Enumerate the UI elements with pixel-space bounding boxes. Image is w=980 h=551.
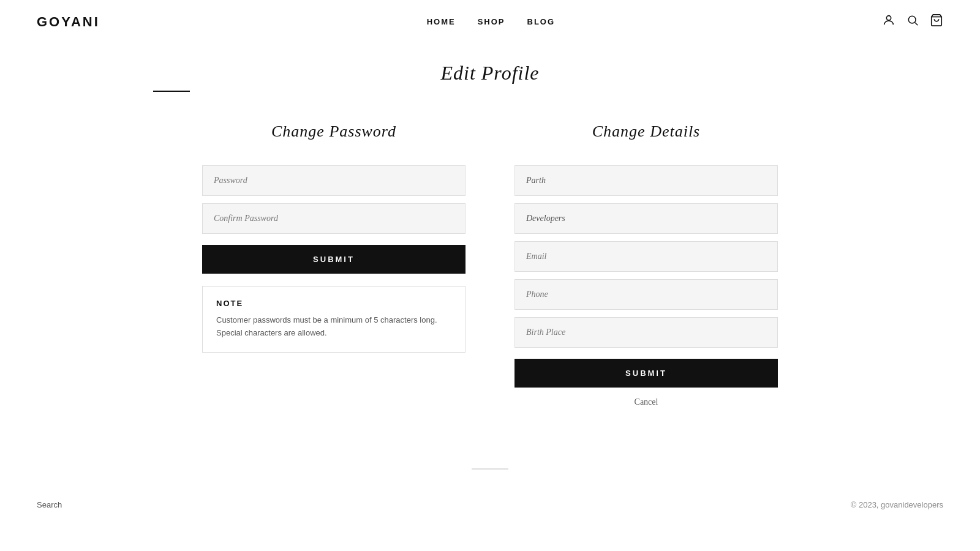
email-input[interactable] [514, 241, 778, 272]
phone-field-group [514, 279, 778, 310]
confirm-password-input[interactable] [202, 203, 466, 234]
password-input[interactable] [202, 165, 466, 196]
account-icon[interactable] [882, 13, 895, 30]
password-field-group [202, 165, 466, 196]
header: GOYANI HOME SHOP BLOG [0, 0, 980, 43]
cancel-link[interactable]: Cancel [514, 397, 778, 407]
main-nav: HOME SHOP BLOG [427, 17, 555, 26]
nav-shop[interactable]: SHOP [478, 17, 505, 26]
page-title: Edit Profile [0, 62, 980, 84]
change-details-title: Change Details [514, 122, 778, 141]
nav-blog[interactable]: BLOG [527, 17, 556, 26]
email-field-group [514, 241, 778, 272]
page-title-section: Edit Profile [0, 43, 980, 98]
footer-search-link[interactable]: Search [37, 500, 62, 509]
nav-home[interactable]: HOME [427, 17, 456, 26]
search-icon[interactable] [907, 14, 919, 29]
note-text: Customer passwords must be a minimum of … [216, 314, 451, 340]
last-name-field-group [514, 203, 778, 234]
birth-place-field-group [514, 317, 778, 348]
phone-input[interactable] [514, 279, 778, 310]
nav-icon-group [882, 13, 943, 30]
svg-point-0 [886, 16, 891, 20]
cart-icon[interactable] [930, 13, 943, 30]
svg-line-2 [915, 23, 918, 26]
change-password-submit-button[interactable]: SUBMIT [202, 245, 466, 274]
change-password-title: Change Password [202, 122, 466, 141]
note-box: NOTE Customer passwords must be a minimu… [202, 286, 466, 353]
footer-divider [472, 468, 508, 470]
svg-point-1 [908, 16, 916, 23]
main-content: Change Password SUBMIT NOTE Customer pas… [92, 98, 888, 432]
last-name-input[interactable] [514, 203, 778, 234]
footer-copyright: © 2023, govanidevelopers [851, 500, 943, 509]
note-title: NOTE [216, 299, 451, 308]
confirm-password-field-group [202, 203, 466, 234]
brand-logo[interactable]: GOYANI [37, 14, 100, 30]
first-name-field-group [514, 165, 778, 196]
footer: Search © 2023, govanidevelopers [0, 488, 980, 528]
change-details-submit-button[interactable]: SUBMIT [514, 359, 778, 388]
first-name-input[interactable] [514, 165, 778, 196]
change-details-section: Change Details SUBMIT Cancel [514, 122, 778, 407]
change-password-section: Change Password SUBMIT NOTE Customer pas… [202, 122, 466, 407]
title-divider [153, 91, 190, 92]
birth-place-input[interactable] [514, 317, 778, 348]
